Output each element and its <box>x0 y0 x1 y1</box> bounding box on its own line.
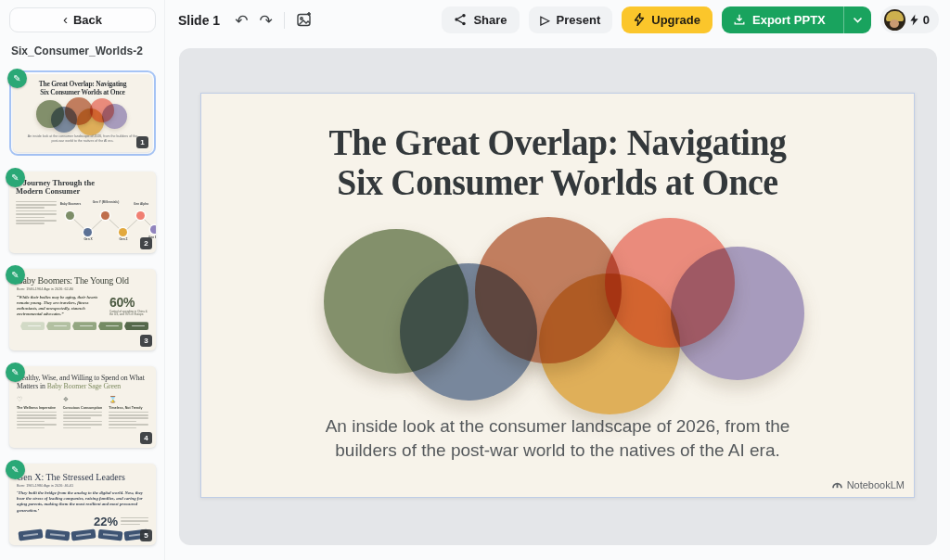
slide-number-badge: 2 <box>140 237 152 249</box>
thumb-1-title: The Great Overlap: Navigating Six Consum… <box>13 74 152 96</box>
gen-label: Gen Z <box>109 238 137 242</box>
slide-thumbnail-3[interactable]: ✎ Baby Boomers: The Young Old Born: 1946… <box>9 269 156 350</box>
slide-number-badge: 4 <box>140 432 152 444</box>
edit-pencil-icon[interactable]: ✎ <box>6 265 25 285</box>
category-tag <box>46 322 71 330</box>
upgrade-button[interactable]: Upgrade <box>622 6 712 33</box>
share-icon <box>454 13 467 26</box>
slide-label: Slide 1 <box>178 13 220 28</box>
slide-subtitle[interactable]: An inside look at the consumer landscape… <box>298 414 817 463</box>
gen-dot-gen-beta <box>150 225 156 234</box>
avatar-face <box>890 19 899 28</box>
thumb-2-paragraph-placeholder <box>16 201 57 244</box>
account-credits-pill[interactable]: 0 <box>880 6 939 33</box>
overlap-circle <box>102 104 127 129</box>
thumb-5-stat: 22% <box>94 515 118 528</box>
gen-label: Gen Alpha <box>127 203 155 207</box>
category-tag <box>98 322 122 330</box>
category-tag <box>71 529 96 541</box>
gen-dot-gen-z <box>119 228 127 236</box>
back-button-label: Back <box>73 13 102 27</box>
present-button[interactable]: ▷ Present <box>529 6 613 33</box>
thumb-5-tag-row <box>17 530 148 540</box>
slide-thumbnail-1[interactable]: ✎ The Great Overlap: Navigating Six Cons… <box>9 70 156 156</box>
gen-label: Gen Y (Millennials) <box>92 201 120 205</box>
thumb-4-column-1: ♡ The Wellness Imperative <box>17 396 57 430</box>
undo-icon[interactable]: ↶ <box>235 13 248 29</box>
thumb-4-title: Healthy, Wise, and Willing to Spend on W… <box>17 374 148 391</box>
present-play-icon: ▷ <box>541 13 550 27</box>
notebooklm-logo-icon <box>831 478 843 490</box>
back-chevron-icon: ‹ <box>63 11 68 27</box>
gen-dot-gen-y <box>101 211 109 220</box>
category-tag <box>20 322 45 330</box>
category-tag <box>18 529 43 541</box>
thumb-3-title: Baby Boomers: The Young Old <box>17 275 148 286</box>
thumb-5-title: Gen X: The Stressed Leaders <box>17 472 148 482</box>
slide-title[interactable]: The Great Overlap: Navigating Six Consum… <box>212 94 904 203</box>
overlap-circle <box>671 247 804 380</box>
gen-dot-gen-alpha <box>136 211 145 220</box>
redo-icon[interactable]: ↷ <box>259 13 272 29</box>
thumb-3-quote: “While their bodies may be aging, their … <box>17 295 102 318</box>
toolbar-divider <box>284 12 285 29</box>
add-image-icon[interactable] <box>296 11 313 31</box>
thumb-1-caption: An inside look at the consumer landscape… <box>27 134 138 143</box>
slide-thumbnail-4[interactable]: ✎ Healthy, Wise, and Willing to Spend on… <box>9 366 156 448</box>
consumption-icon: ❖ <box>63 396 103 404</box>
thumb-4-column-3: ⌛ Timeless, Not Trendy <box>109 396 148 430</box>
editor-toolbar: Slide 1 ↶ ↷ Share ▷ Present <box>165 0 950 48</box>
user-avatar[interactable] <box>884 9 905 31</box>
edit-pencil-icon[interactable]: ✎ <box>6 363 25 382</box>
watermark-label: NotebookLM <box>847 479 905 490</box>
thumbnail-2-preview: A Journey Through the Modern Consumer <box>9 172 156 253</box>
export-pptx-label: Export PPTX <box>752 13 826 27</box>
export-pptx-button[interactable]: Export PPTX <box>722 6 837 33</box>
category-tag <box>97 529 122 541</box>
present-label: Present <box>557 13 601 27</box>
gen-label: Gen X <box>74 238 102 242</box>
overlapping-circles-graphic[interactable] <box>201 216 914 394</box>
thumb-2-generation-timeline: Baby Boomers Gen Y (Millennials) Gen Alp… <box>61 201 149 244</box>
thumbnail-5-preview: Gen X: The Stressed Leaders Born: 1965-1… <box>9 464 156 545</box>
thumb-5-quote: ‘They built the bridge from the analog t… <box>17 490 148 515</box>
slide-thumbnail-5[interactable]: ✎ Gen X: The Stressed Leaders Born: 1965… <box>9 464 156 545</box>
back-button[interactable]: ‹ Back <box>9 7 156 32</box>
slide-number-badge: 1 <box>136 136 148 148</box>
slide-canvas[interactable]: The Great Overlap: Navigating Six Consum… <box>179 48 937 545</box>
thumbnail-4-preview: Healthy, Wise, and Willing to Spend on W… <box>9 366 156 448</box>
credits-bolt-icon <box>909 14 919 26</box>
slides-sidebar: ‹ Back Six_Consumer_Worlds-2 ✎ The Great… <box>0 0 165 560</box>
export-pptx-split-button: Export PPTX <box>722 6 871 33</box>
category-tag <box>45 529 69 541</box>
thumb-2-title: A Journey Through the Modern Consumer <box>16 179 149 197</box>
thumb-1-circles <box>13 97 152 133</box>
thumb-4-column-2: ❖ Conscious Consumption <box>63 396 103 430</box>
upgrade-label: Upgrade <box>651 13 700 27</box>
thumb-5-meta: Born: 1965-1980 Age in 2026: 46-61 <box>17 484 148 488</box>
chevron-down-icon <box>853 17 863 23</box>
lightning-icon <box>634 13 645 26</box>
thumbnail-1-preview: The Great Overlap: Navigating Six Consum… <box>13 74 152 152</box>
edit-pencil-icon[interactable]: ✎ <box>6 168 25 187</box>
category-tag <box>72 322 96 330</box>
thumbnail-3-preview: Baby Boomers: The Young Old Born: 1946-1… <box>9 269 156 350</box>
gen-dot-baby-boomers <box>66 211 74 220</box>
download-icon <box>733 13 746 26</box>
slide-number-badge: 5 <box>140 529 152 541</box>
edit-pencil-icon[interactable]: ✎ <box>7 69 27 88</box>
project-title: Six_Consumer_Worlds-2 <box>11 45 155 57</box>
thumb-3-stat: 60% <box>109 295 148 310</box>
export-options-chevron[interactable] <box>843 6 871 33</box>
gen-label: Baby Boomers <box>57 203 84 207</box>
credits-count: 0 <box>923 13 930 27</box>
category-tag <box>124 322 148 330</box>
wellness-icon: ♡ <box>17 396 57 404</box>
edit-pencil-icon[interactable]: ✎ <box>6 460 25 479</box>
gen-dot-gen-x <box>83 228 92 236</box>
share-label: Share <box>473 13 507 27</box>
slide-thumbnail-2[interactable]: ✎ A Journey Through the Modern Consumer <box>9 172 156 253</box>
thumb-5-stat-caption-placeholder <box>121 517 148 527</box>
share-button[interactable]: Share <box>442 6 519 33</box>
slide-1-editor[interactable]: The Great Overlap: Navigating Six Consum… <box>200 93 915 498</box>
